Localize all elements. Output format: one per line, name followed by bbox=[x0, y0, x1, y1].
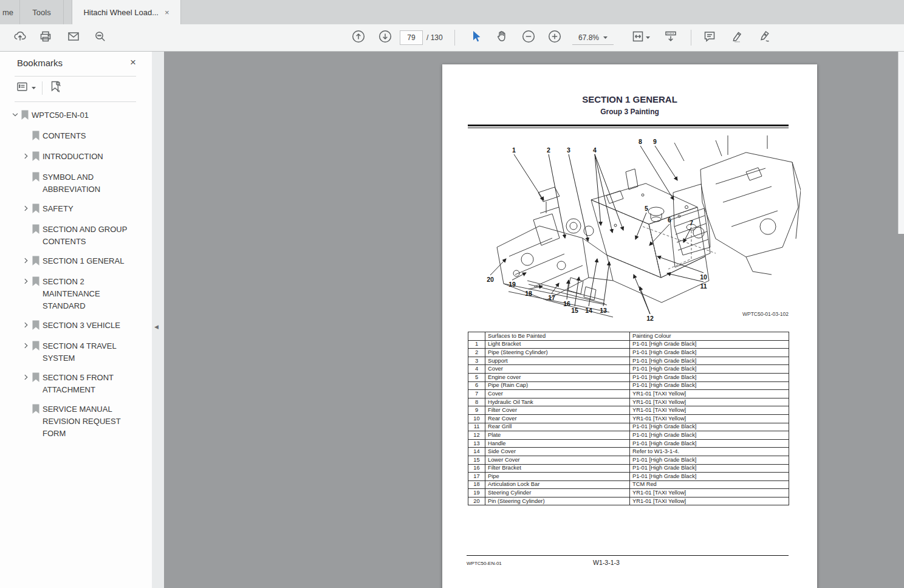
toolbar-divider bbox=[691, 30, 691, 46]
plus-circle-icon bbox=[547, 29, 562, 46]
panel-collapse-strip[interactable]: ◀ bbox=[152, 52, 164, 588]
hand-tool-button[interactable] bbox=[495, 30, 509, 45]
cloud-upload-icon bbox=[13, 29, 27, 46]
bookmark-item[interactable]: CONTENTS bbox=[0, 130, 152, 143]
chevron-right-icon[interactable] bbox=[22, 151, 32, 162]
svg-text:13: 13 bbox=[600, 307, 607, 314]
vertical-scrollbar-thumb[interactable] bbox=[898, 52, 904, 234]
bookmark-item-label: SECTION 5 FRONT ATTACHMENT bbox=[43, 372, 134, 396]
highlight-button[interactable] bbox=[730, 30, 744, 45]
fit-width-icon bbox=[663, 29, 678, 46]
svg-text:5: 5 bbox=[645, 205, 648, 212]
next-page-button[interactable] bbox=[378, 30, 392, 45]
bookmark-flag-icon bbox=[32, 320, 43, 333]
machine-sketch bbox=[497, 135, 801, 317]
painting-table: Surfaces to Be Painted Painting Colour 1… bbox=[468, 332, 789, 505]
colour-cell: P1-01 [High Grade Black] bbox=[630, 357, 789, 365]
document-canvas[interactable]: SECTION 1 GENERAL Group 3 Painting bbox=[164, 52, 904, 588]
row-number-cell: 3 bbox=[468, 357, 485, 365]
bookmark-item[interactable]: INTRODUCTION bbox=[0, 151, 152, 164]
table-header-row: Surfaces to Be Painted Painting Colour bbox=[468, 332, 789, 341]
colour-cell: P1-01 [High Grade Black] bbox=[630, 340, 789, 349]
table-row: 10 Rear Cover YR1-01 [TAXI Yellow] bbox=[468, 414, 789, 423]
surface-cell: Light Bracket bbox=[485, 340, 630, 349]
chevron-down-icon bbox=[603, 36, 608, 39]
colour-cell: YR1-01 [TAXI Yellow] bbox=[630, 414, 789, 423]
bookmark-item[interactable]: SECTION 1 GENERAL bbox=[0, 255, 152, 268]
bookmark-item[interactable]: SECTION 3 VEHICLE bbox=[0, 320, 152, 333]
bookmark-item-label: SAFETY bbox=[43, 203, 134, 215]
bookmark-item[interactable]: SECTION AND GROUP CONTENTS bbox=[0, 224, 152, 248]
row-number-cell: 9 bbox=[468, 406, 485, 415]
column-header bbox=[468, 332, 485, 341]
svg-text:7: 7 bbox=[690, 219, 693, 227]
tab-document[interactable]: Hitachi Wheel Load... × bbox=[72, 0, 181, 24]
bookmark-item[interactable]: SECTION 4 TRAVEL SYSTEM bbox=[0, 340, 152, 364]
bookmark-item[interactable]: SECTION 5 FRONT ATTACHMENT bbox=[0, 372, 152, 396]
previous-page-button[interactable] bbox=[351, 30, 366, 45]
comment-button[interactable] bbox=[702, 30, 717, 45]
bookmark-item[interactable]: WPTC50-EN-01 bbox=[0, 109, 152, 123]
chevron-right-icon[interactable] bbox=[22, 255, 32, 266]
surface-cell: Cover bbox=[485, 390, 630, 398]
fit-page-button[interactable] bbox=[631, 30, 645, 45]
table-row: 1 Light Bracket P1-01 [High Grade Black] bbox=[468, 340, 789, 349]
bookmark-item[interactable]: SECTION 2 MAINTENANCE STANDARD bbox=[0, 276, 152, 312]
close-icon[interactable]: × bbox=[165, 9, 170, 16]
collapse-panel-icon[interactable]: ◀ bbox=[154, 324, 159, 330]
chevron-right-icon[interactable] bbox=[22, 203, 32, 214]
divider bbox=[42, 81, 43, 95]
close-icon[interactable]: × bbox=[130, 56, 136, 69]
bookmark-options-button[interactable] bbox=[16, 80, 36, 96]
tab-home[interactable]: me bbox=[0, 0, 20, 24]
divider bbox=[15, 101, 136, 102]
svg-text:14: 14 bbox=[585, 307, 592, 314]
comment-bubble-icon bbox=[702, 29, 717, 46]
chevron-right-icon[interactable] bbox=[22, 276, 32, 287]
pen-nib-icon bbox=[757, 29, 772, 46]
select-tool-button[interactable] bbox=[469, 30, 484, 45]
table-row: 8 Hydraulic Oil Tank YR1-01 [TAXI Yellow… bbox=[468, 398, 789, 406]
bookmark-item[interactable]: SAFETY bbox=[0, 203, 152, 216]
print-button[interactable] bbox=[38, 30, 53, 45]
table-row: 6 Pipe (Rain Cap) P1-01 [High Grade Blac… bbox=[468, 381, 789, 390]
email-button[interactable] bbox=[66, 30, 81, 45]
table-row: 13 Handle P1-01 [High Grade Black] bbox=[468, 439, 789, 448]
fit-page-dropdown[interactable] bbox=[644, 30, 651, 45]
bookmark-flag-icon bbox=[32, 203, 43, 216]
figure-code: WPTC50-01-03-102 bbox=[697, 311, 789, 317]
page-number-input[interactable] bbox=[400, 30, 423, 45]
chevron-right-icon[interactable] bbox=[22, 372, 32, 383]
chevron-right-icon[interactable] bbox=[22, 340, 32, 351]
row-number-cell: 5 bbox=[468, 373, 485, 381]
tab-tools[interactable]: Tools bbox=[20, 0, 64, 24]
colour-cell: Refer to W1-3-1-4. bbox=[630, 448, 789, 456]
search-button[interactable] bbox=[93, 30, 108, 45]
svg-text:17: 17 bbox=[548, 294, 555, 301]
table-row: 15 Lower Cover P1-01 [High Grade Black] bbox=[468, 456, 789, 464]
zoom-out-button[interactable] bbox=[521, 30, 536, 45]
surface-cell: Filter Cover bbox=[485, 406, 630, 415]
share-upload-button[interactable] bbox=[13, 30, 27, 45]
find-current-bookmark-button[interactable] bbox=[49, 80, 63, 97]
heading-rule bbox=[468, 125, 789, 128]
table-row: 11 Rear Grill P1-01 [High Grade Black] bbox=[468, 423, 789, 431]
chevron-right-icon[interactable] bbox=[22, 320, 32, 330]
bookmark-item[interactable]: SYMBOL AND ABBREVIATION bbox=[0, 171, 152, 196]
row-number-cell: 14 bbox=[468, 448, 485, 456]
table-row: 18 Articulation Lock Bar TCM Red bbox=[468, 480, 789, 489]
chevron-right-icon[interactable] bbox=[11, 109, 21, 120]
bookmark-flag-icon bbox=[32, 340, 43, 354]
zoom-level-dropdown[interactable]: 67.8% bbox=[572, 30, 614, 45]
fill-sign-button[interactable] bbox=[757, 30, 772, 45]
surface-cell: Pin (Steering Cylinder) bbox=[485, 497, 630, 505]
scrolling-mode-button[interactable] bbox=[663, 30, 678, 45]
zoom-in-button[interactable] bbox=[547, 30, 562, 45]
bookmark-item[interactable]: SERVICE MANUAL REVISION REQUEST FORM bbox=[0, 403, 152, 440]
bookmark-item-label: WPTC50-EN-01 bbox=[32, 109, 123, 121]
bookmark-item-label: SECTION AND GROUP CONTENTS bbox=[43, 224, 134, 248]
highlighter-icon bbox=[730, 29, 744, 46]
arrow-down-circle-icon bbox=[378, 29, 392, 46]
locate-bookmark-icon bbox=[49, 80, 63, 97]
colour-cell: YR1-01 [TAXI Yellow] bbox=[630, 497, 789, 505]
